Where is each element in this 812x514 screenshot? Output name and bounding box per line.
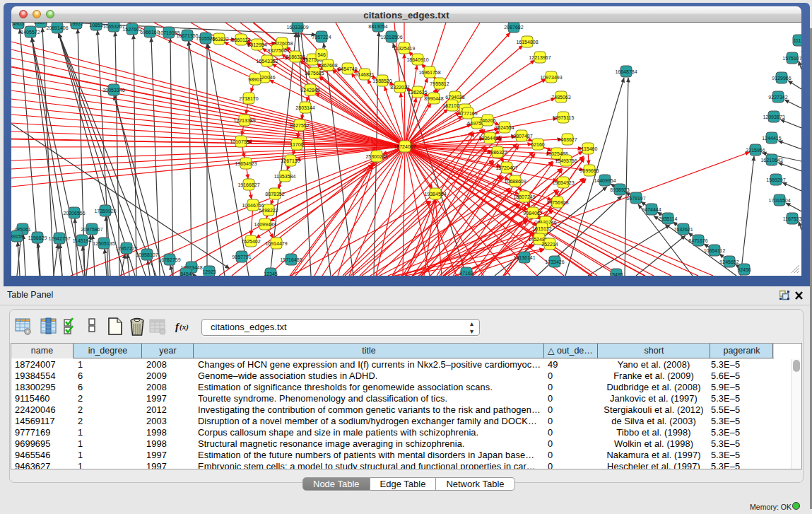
svg-text:7515526: 7515526 [196,36,215,41]
svg-text:10688609: 10688609 [504,179,526,184]
svg-text:1588520: 1588520 [372,78,392,83]
svg-text:17359926: 17359926 [94,209,116,214]
svg-text:19654923: 19654923 [552,180,574,185]
svg-text:17957223: 17957223 [115,246,137,251]
svg-text:1362635: 1362635 [408,90,427,95]
svg-text:1527602: 1527602 [122,27,141,32]
svg-text:10107554: 10107554 [230,139,252,144]
svg-text:20364436: 20364436 [478,136,500,141]
svg-text:39159: 39159 [11,234,24,239]
svg-text:7625402: 7625402 [241,239,260,244]
svg-text:10046766: 10046766 [242,203,264,208]
svg-text:16961758: 16961758 [418,70,440,75]
svg-text:8454749: 8454749 [338,66,357,71]
svg-text:10653267: 10653267 [102,24,124,29]
svg-text:18724007: 18724007 [394,144,416,149]
svg-text:(x): (x) [180,322,189,332]
svg-text:7632621: 7632621 [673,227,693,232]
svg-text:1615132: 1615132 [532,226,551,231]
svg-text:12975115: 12975115 [553,115,575,120]
svg-text:9129966: 9129966 [772,76,791,81]
svg-text:92456: 92456 [737,267,751,272]
svg-text:1156829: 1156829 [28,235,47,240]
svg-text:19218506: 19218506 [380,35,402,40]
svg-text:12093873: 12093873 [763,115,784,119]
svg-text:1145194: 1145194 [73,238,92,243]
svg-text:2718170: 2718170 [239,96,258,101]
svg-text:1167533: 1167533 [783,216,801,221]
svg-text:98901: 98901 [248,77,262,82]
svg-text:1405572: 1405572 [20,30,40,35]
svg-text:3267130: 3267130 [281,158,300,163]
svg-text:1569297: 1569297 [766,177,785,182]
svg-text:16210643: 16210643 [760,158,782,163]
svg-text:16543382: 16543382 [256,59,278,64]
svg-text:10973493: 10973493 [540,75,562,80]
svg-text:8912954: 8912954 [247,42,266,47]
svg-text:2935114: 2935114 [659,216,678,221]
svg-text:20691406: 20691406 [46,25,68,30]
svg-text:7955812: 7955812 [430,81,449,86]
svg-text:16033809: 16033809 [286,25,308,30]
svg-text:252214: 252214 [541,242,558,247]
svg-text:11325419: 11325419 [394,46,416,51]
svg-text:7857224: 7857224 [312,35,331,40]
svg-text:18640910: 18640910 [406,57,428,62]
svg-text:97163: 97163 [459,271,473,276]
svg-text:9699695: 9699695 [579,168,599,173]
svg-text:3624554: 3624554 [495,125,514,130]
svg-text:16154808: 16154808 [516,40,538,45]
svg-text:10654112: 10654112 [704,248,726,253]
svg-text:546: 546 [317,52,326,57]
svg-text:16782759: 16782759 [158,257,180,262]
svg-text:10958107: 10958107 [136,252,158,257]
svg-text:4905: 4905 [13,23,24,26]
svg-text:9857791: 9857791 [232,255,251,259]
svg-text:12923: 12923 [202,269,216,274]
svg-text:9084067: 9084067 [523,211,542,216]
svg-text:8322037: 8322037 [390,85,409,90]
svg-text:2087682: 2087682 [504,25,523,30]
svg-text:8878352: 8878352 [265,192,284,197]
svg-text:12213967: 12213967 [529,55,551,60]
svg-text:9245652: 9245652 [719,259,739,264]
svg-text:10807487: 10807487 [510,134,532,139]
svg-text:2803144: 2803144 [295,105,314,110]
svg-text:19654923: 19654923 [235,161,257,166]
svg-text:20975867: 20975867 [81,227,102,232]
svg-text:19166827: 19166827 [237,182,259,187]
svg-text:16914479: 16914479 [265,241,287,246]
svg-text:15716485: 15716485 [280,257,302,262]
svg-text:6966160: 6966160 [140,30,159,35]
svg-text:20053346: 20053346 [102,88,124,93]
svg-text:9242848: 9242848 [300,88,319,93]
svg-text:7986322: 7986322 [488,150,507,155]
svg-text:10853: 10853 [89,23,103,28]
svg-text:12505135: 12505135 [93,241,114,246]
svg-text:14099489: 14099489 [254,222,276,227]
svg-text:18807249: 18807249 [513,194,535,199]
svg-text:25300243: 25300243 [365,154,387,159]
svg-text:16648784: 16648784 [615,69,637,74]
svg-text:8427552: 8427552 [290,123,309,128]
svg-text:6794028: 6794028 [445,95,464,100]
svg-text:1112: 1112 [794,38,801,43]
svg-text:7485063: 7485063 [551,95,570,100]
svg-text:20897: 20897 [34,23,48,25]
svg-text:62160: 62160 [531,142,545,147]
svg-text:20206556: 20206556 [63,211,85,216]
svg-text:1733426: 1733426 [545,259,564,264]
svg-text:14136141: 14136141 [513,255,535,260]
svg-text:19937: 19937 [69,23,83,26]
svg-text:8860124: 8860124 [231,37,250,42]
svg-text:19756928: 19756928 [546,200,568,205]
svg-text:9227342: 9227342 [768,95,787,100]
svg-text:12213389: 12213389 [233,118,255,123]
svg-text:12345: 12345 [264,271,278,276]
svg-text:746206: 746206 [479,118,495,123]
svg-text:15495: 15495 [609,272,623,276]
svg-text:8938923: 8938923 [610,187,629,192]
svg-text:9474444: 9474444 [642,207,661,212]
svg-text:12942757: 12942757 [48,236,70,241]
svg-text:1244415: 1244415 [762,136,781,141]
